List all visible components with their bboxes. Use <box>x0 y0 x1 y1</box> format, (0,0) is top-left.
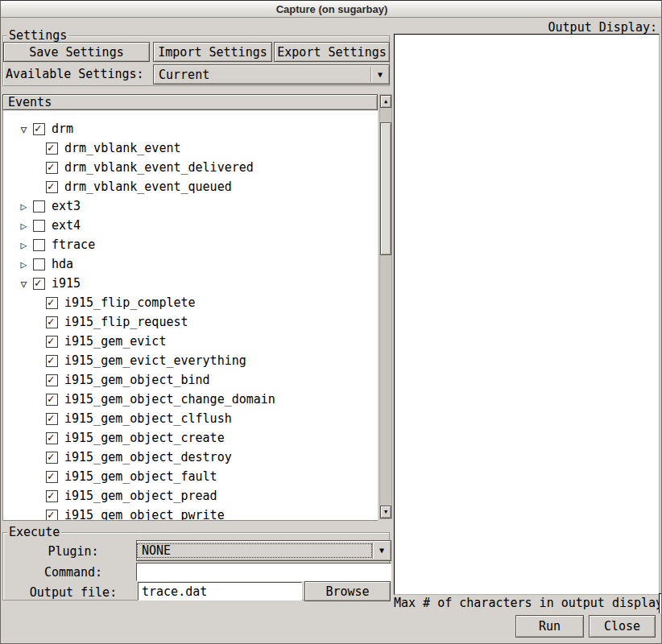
run-button[interactable]: Run <box>515 615 584 638</box>
event-checkbox[interactable] <box>46 394 58 406</box>
plugin-label: Plugin: <box>13 544 134 559</box>
tree-row[interactable]: drm_vblank_event <box>3 138 378 158</box>
event-checkbox[interactable] <box>33 278 45 290</box>
chevron-down-icon: ▼ <box>373 547 391 555</box>
event-checkbox[interactable] <box>46 142 58 155</box>
tree-row[interactable]: i915_gem_object_change_domain <box>3 390 378 409</box>
expander-collapsed-icon[interactable]: ▷ <box>19 221 29 231</box>
event-label: i915_gem_evict_everything <box>64 353 246 368</box>
close-label: Close <box>604 619 640 634</box>
events-header-label: Events <box>8 95 52 109</box>
output-file-input[interactable] <box>138 582 302 601</box>
available-settings-value: Current <box>154 68 370 82</box>
event-checkbox[interactable] <box>33 200 45 213</box>
event-checkbox[interactable] <box>46 471 58 483</box>
run-label: Run <box>539 619 561 634</box>
tree-row[interactable]: ▷ ext4 <box>3 216 378 235</box>
available-settings-select[interactable]: Current ▼ <box>153 64 390 85</box>
event-checkbox[interactable] <box>46 432 58 444</box>
event-checkbox[interactable] <box>33 258 45 270</box>
browse-button[interactable]: Browse <box>304 581 391 601</box>
tree-row[interactable]: i915_gem_object_pread <box>3 486 378 506</box>
output-display-label: Output Display: <box>548 20 657 35</box>
event-checkbox[interactable] <box>46 297 58 309</box>
events-column-header[interactable]: Events <box>2 94 378 110</box>
scroll-down-button[interactable]: ▼ <box>380 506 391 518</box>
event-checkbox[interactable] <box>46 452 58 464</box>
event-label: drm <box>52 122 73 136</box>
tree-row[interactable]: i915_gem_evict_everything <box>3 351 378 370</box>
export-settings-button[interactable]: Export Settings <box>274 42 390 62</box>
event-label: i915_gem_object_destroy <box>64 450 232 464</box>
scroll-up-icon: ▲ <box>384 99 387 105</box>
expander-open-icon[interactable]: ▽ <box>19 124 29 134</box>
event-label: ext4 <box>52 218 81 233</box>
event-label: i915_gem_object_pread <box>64 489 217 503</box>
execute-frame-label: Execute <box>7 525 61 539</box>
event-label: drm_vblank_event <box>64 141 181 155</box>
output-file-label: Output file: <box>13 585 134 600</box>
available-settings-label: Available Settings: <box>6 67 144 81</box>
event-label: drm_vblank_event_queued <box>64 180 232 194</box>
events-tree: ▽ drm drm_vblank_event drm_vblank_event_… <box>2 110 378 521</box>
event-checkbox[interactable] <box>46 162 58 174</box>
event-checkbox[interactable] <box>46 181 58 193</box>
event-label: i915_gem_object_clflush <box>64 411 232 426</box>
event-label: i915_gem_evict <box>64 334 166 349</box>
tree-row[interactable]: i915_gem_object_pwrite <box>3 506 378 521</box>
scrollbar-thumb[interactable] <box>380 122 391 255</box>
tree-row[interactable]: ▽ i915 <box>3 274 378 293</box>
tree-row[interactable]: i915_gem_object_destroy <box>3 448 378 467</box>
tree-row[interactable]: i915_flip_complete <box>3 293 378 312</box>
export-settings-label: Export Settings <box>277 45 386 60</box>
settings-frame-label: Settings <box>7 28 68 43</box>
events-scrollbar[interactable]: ▲ ▼ <box>379 94 392 519</box>
tree-row[interactable]: drm_vblank_event_delivered <box>3 158 378 177</box>
tree-row[interactable]: ▷ ext3 <box>3 196 378 216</box>
title-bar[interactable]: Capture (on sugarbay) <box>1 1 662 18</box>
event-checkbox[interactable] <box>46 490 58 502</box>
import-settings-label: Import Settings <box>158 45 267 60</box>
event-checkbox[interactable] <box>33 239 45 251</box>
event-label: i915 <box>52 276 81 291</box>
expander-collapsed-icon[interactable]: ▷ <box>19 240 29 250</box>
scroll-up-button[interactable]: ▲ <box>380 95 391 108</box>
output-display-area[interactable] <box>394 34 660 595</box>
tree-row[interactable]: i915_gem_evict <box>3 332 378 351</box>
expander-collapsed-icon[interactable]: ▷ <box>19 201 29 212</box>
plugin-value: NONE <box>137 543 372 558</box>
save-settings-button[interactable]: Save Settings <box>3 42 150 62</box>
event-checkbox[interactable] <box>46 510 58 522</box>
tree-row[interactable]: i915_gem_object_create <box>3 428 378 448</box>
event-checkbox[interactable] <box>46 336 58 348</box>
event-label: i915_gem_object_pwrite <box>64 508 225 521</box>
event-label: i915_flip_request <box>64 315 188 329</box>
tree-row[interactable]: i915_gem_object_clflush <box>3 409 378 428</box>
event-label: drm_vblank_event_delivered <box>64 160 254 175</box>
window-title: Capture (on sugarbay) <box>276 3 388 15</box>
tree-row[interactable]: ▷ hda <box>3 254 378 274</box>
event-checkbox[interactable] <box>33 123 45 135</box>
event-checkbox[interactable] <box>46 316 58 328</box>
close-button[interactable]: Close <box>589 615 656 638</box>
expander-collapsed-icon[interactable]: ▷ <box>19 259 29 270</box>
event-checkbox[interactable] <box>33 220 45 232</box>
tree-row[interactable]: i915_gem_object_bind <box>3 370 378 390</box>
tree-row[interactable]: i915_gem_object_fault <box>3 467 378 486</box>
event-checkbox[interactable] <box>46 355 58 367</box>
browse-label: Browse <box>325 584 369 599</box>
tree-row[interactable]: ▷ ftrace <box>3 235 378 254</box>
command-input[interactable] <box>136 563 391 581</box>
tree-row[interactable]: i915_flip_request <box>3 312 378 332</box>
plugin-select[interactable]: NONE ▼ <box>136 540 391 561</box>
event-label: hda <box>52 257 73 271</box>
tree-row[interactable]: ▽ drm <box>3 119 378 138</box>
event-checkbox[interactable] <box>46 413 58 425</box>
import-settings-button[interactable]: Import Settings <box>153 42 272 62</box>
chevron-down-icon: ▼ <box>371 71 389 79</box>
event-label: i915_gem_object_fault <box>64 469 217 484</box>
expander-open-icon[interactable]: ▽ <box>19 279 29 289</box>
max-chars-input[interactable] <box>659 593 662 613</box>
event-checkbox[interactable] <box>46 374 58 386</box>
tree-row[interactable]: drm_vblank_event_queued <box>3 177 378 196</box>
